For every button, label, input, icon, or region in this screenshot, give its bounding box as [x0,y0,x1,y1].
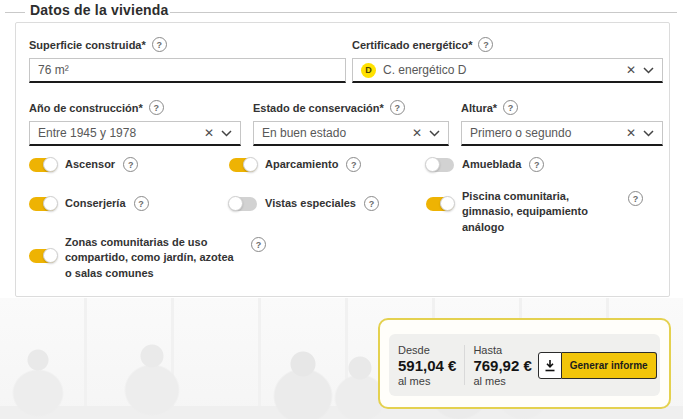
report-buttons: Generar informe [538,352,657,379]
certificado-value: C. energético D [383,63,622,77]
piscina-toggle[interactable] [426,197,454,211]
page-title: Datos de la vivienda [30,2,169,18]
chevron-down-icon[interactable] [221,130,232,137]
help-icon[interactable]: ? [123,157,138,172]
toggle-piscina: Piscina comunitaria, gimnasio, equipamie… [426,189,643,235]
toggle-zonas: Zonas comunitarias de uso compartido, co… [29,235,266,281]
chevron-down-icon[interactable] [643,130,654,137]
energy-rating-d-badge: D [361,63,376,78]
aparcamiento-toggle[interactable] [229,158,257,172]
help-icon[interactable]: ? [478,37,493,52]
toggle-conserjeria: Conserjería ? [29,196,149,211]
vistas-toggle[interactable] [229,197,257,211]
help-icon[interactable]: ? [346,157,361,172]
chevron-down-icon[interactable] [429,130,440,137]
clear-icon[interactable]: ✕ [626,127,636,139]
help-icon[interactable]: ? [149,100,164,115]
toggle-aparcamiento: Aparcamiento ? [229,157,361,172]
ascensor-label: Ascensor [65,157,115,172]
price-from-period: al mes [398,375,456,387]
field-superficie: Superficie construida* ? 76 m² [29,37,346,83]
legend-divider-right [170,12,677,13]
toggle-knob [228,196,243,211]
amueblada-toggle[interactable] [426,158,454,172]
certificado-select[interactable]: D C. energético D ✕ [352,58,663,83]
help-icon[interactable]: ? [152,37,167,52]
housing-data-card: Superficie construida* ? 76 m² Certifica… [15,22,670,297]
aparcamiento-label: Aparcamiento [265,157,338,172]
toggle-knob [43,157,58,172]
toggle-knob [43,196,58,211]
altura-label: Altura* [461,102,497,114]
download-icon [544,359,556,372]
price-from: Desde 591,04 € al mes [398,344,456,387]
legend-divider-left [5,12,25,13]
download-report-button[interactable] [538,352,562,379]
help-icon[interactable]: ? [390,100,405,115]
help-icon[interactable]: ? [529,157,544,172]
price-estimate-inner: Desde 591,04 € al mes Hasta 769,92 € al … [389,334,660,396]
price-divider [464,345,465,385]
price-from-label: Desde [398,344,456,356]
help-icon[interactable]: ? [134,196,149,211]
price-from-value: 591,04 € [398,357,456,374]
field-estado: Estado de conservación* ? En buen estado… [253,100,449,146]
toggle-knob [243,157,258,172]
help-icon[interactable]: ? [251,237,266,252]
conserjeria-label: Conserjería [65,196,126,211]
superficie-value: 76 m² [38,63,337,77]
vistas-label: Vistas especiales [265,196,356,211]
zonas-label: Zonas comunitarias de uso compartido, co… [65,235,243,281]
help-icon[interactable]: ? [503,100,518,115]
toggle-amueblada: Amueblada ? [426,157,544,172]
toggle-knob [43,248,58,263]
estado-label: Estado de conservación* [253,102,384,114]
price-to-label: Hasta [473,344,531,356]
superficie-input[interactable]: 76 m² [29,58,346,83]
price-to-period: al mes [473,375,531,387]
clear-icon[interactable]: ✕ [412,127,422,139]
price-to-value: 769,92 € [473,357,531,374]
anio-select[interactable]: Entre 1945 y 1978 ✕ [29,121,241,146]
anio-value: Entre 1945 y 1978 [38,126,200,140]
field-anio: Año de construcción* ? Entre 1945 y 1978… [29,100,241,146]
toggle-knob [425,157,440,172]
field-altura: Altura* ? Primero o segundo ✕ [461,100,663,146]
price-to: Hasta 769,92 € al mes [473,344,531,387]
clear-icon[interactable]: ✕ [204,127,214,139]
estado-value: En buen estado [262,126,408,140]
field-certificado: Certificado energético* ? D C. energétic… [352,37,663,83]
toggle-vistas: Vistas especiales ? [229,196,379,211]
price-estimate-panel: Desde 591,04 € al mes Hasta 769,92 € al … [378,318,671,409]
conserjeria-toggle[interactable] [29,197,57,211]
zonas-toggle[interactable] [29,249,57,263]
chevron-down-icon[interactable] [643,67,654,74]
clear-icon[interactable]: ✕ [626,64,636,76]
altura-value: Primero o segundo [470,126,622,140]
generate-report-button[interactable]: Generar informe [562,352,657,379]
amueblada-label: Amueblada [462,157,521,172]
altura-select[interactable]: Primero o segundo ✕ [461,121,663,146]
help-icon[interactable]: ? [628,191,643,206]
toggle-knob [440,196,455,211]
anio-label: Año de construcción* [29,102,143,114]
certificado-label: Certificado energético* [352,39,472,51]
help-icon[interactable]: ? [364,196,379,211]
ascensor-toggle[interactable] [29,158,57,172]
superficie-label: Superficie construida* [29,39,146,51]
toggle-ascensor: Ascensor ? [29,157,138,172]
estado-select[interactable]: En buen estado ✕ [253,121,449,146]
piscina-label: Piscina comunitaria, gimnasio, equipamie… [462,189,620,235]
